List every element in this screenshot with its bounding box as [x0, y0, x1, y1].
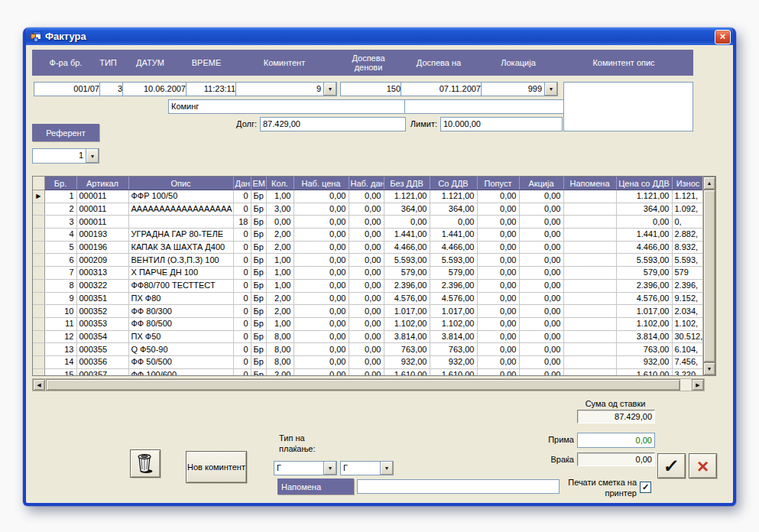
grid-cell[interactable]: 0,00	[477, 368, 519, 376]
row-selector[interactable]	[33, 317, 44, 330]
grid-cell[interactable]: 579,00	[384, 267, 430, 280]
grid-cell[interactable]: 0,00	[519, 229, 563, 242]
grid-cell[interactable]: 0,00	[349, 190, 384, 203]
grid-cell[interactable]: 9.152,	[672, 292, 704, 305]
grid-column-header[interactable]: Цена со ДДВ	[616, 177, 672, 190]
grid-cell[interactable]: 3.814,00	[430, 330, 477, 343]
grid-cell[interactable]: Бр	[251, 229, 266, 242]
komintent-description-textarea[interactable]	[563, 82, 693, 131]
grid-cell[interactable]: Бр	[251, 368, 266, 376]
grid-cell[interactable]: 0,00	[349, 254, 384, 267]
row-selector[interactable]	[33, 343, 44, 356]
grid-cell[interactable]: 1.092,	[672, 203, 704, 216]
grid-cell[interactable]: 0,00	[477, 216, 519, 229]
grid-column-header[interactable]: Износ	[672, 177, 704, 190]
grid-column-header[interactable]: Акција	[519, 177, 563, 190]
grid-cell[interactable]: 2,00	[266, 305, 294, 318]
grid-cell[interactable]: 0,00	[477, 190, 519, 203]
grid-cell[interactable]: 0	[233, 203, 251, 216]
grid-cell[interactable]: УГРАДНА ГАР 80-ТЕЛЕ	[128, 229, 233, 242]
grid-cell[interactable]: 1.441,00	[430, 229, 477, 242]
grid-cell[interactable]: 0,00	[384, 216, 430, 229]
due-days-field[interactable]: 150	[340, 82, 404, 96]
grid-cell[interactable]	[563, 254, 616, 267]
grid-cell[interactable]: 5.593,00	[616, 254, 672, 267]
grid-cell[interactable]: 1.441,00	[384, 229, 430, 242]
grid-cell[interactable]: 0,00	[519, 267, 563, 280]
grid-cell[interactable]: 4	[44, 229, 76, 242]
grid-cell[interactable]: 0,00	[519, 330, 563, 343]
grid-cell[interactable]: 000356	[76, 355, 128, 368]
grid-cell[interactable]: 0,00	[349, 355, 384, 368]
scroll-down-button[interactable]: ▼	[703, 362, 715, 375]
due-date-field[interactable]: 07.11.2007	[401, 82, 484, 96]
type-field[interactable]: 3	[99, 82, 125, 96]
grid-cell[interactable]: 3.814,00	[384, 330, 430, 343]
grid-cell[interactable]: 0,00	[477, 279, 519, 292]
komintent-name-field[interactable]: Коминг	[168, 99, 407, 114]
grid-cell[interactable]: 0,00	[349, 279, 384, 292]
grid-cell[interactable]: 0	[233, 305, 251, 318]
debt-field[interactable]: 87.429,00	[260, 117, 406, 131]
grid-cell[interactable]: 2,00	[266, 368, 294, 376]
grid-cell[interactable]: 579,00	[616, 267, 672, 280]
grid-cell[interactable]: 1.017,00	[616, 305, 672, 318]
grid-cell[interactable]: ПХ Ф50	[128, 330, 233, 343]
grid-cell[interactable]: 0,00	[519, 241, 563, 254]
grid-cell[interactable]: 0,00	[477, 343, 519, 356]
grid-cell[interactable]: 7.456,	[672, 355, 704, 368]
horizontal-scroll-thumb[interactable]	[46, 379, 680, 391]
komintent-combobox[interactable]: 9 ▼	[235, 82, 337, 96]
grid-cell[interactable]: 0	[233, 241, 251, 254]
grid-column-header[interactable]: Наб. дан	[349, 177, 384, 190]
grid-cell[interactable]: 0,00	[349, 330, 384, 343]
grid-cell[interactable]: 5.593,00	[384, 254, 430, 267]
grid-cell[interactable]: 000193	[76, 229, 128, 242]
komintent-name2-field[interactable]	[404, 99, 564, 114]
grid-cell[interactable]: 1.102,00	[384, 317, 430, 330]
grid-cell[interactable]: 3	[44, 216, 76, 229]
grid-cell[interactable]: 0,00	[294, 343, 349, 356]
grid-cell[interactable]: ФФ80/700 ТЕСТТЕСТ	[128, 279, 233, 292]
grid-cell[interactable]: 2.034,	[672, 305, 704, 318]
grid-cell[interactable]: 0,00	[519, 305, 563, 318]
grid-cell[interactable]: 000209	[76, 254, 128, 267]
scroll-right-button[interactable]: ▶	[692, 379, 704, 391]
grid-cell[interactable]: 0,00	[477, 305, 519, 318]
grid-cell[interactable]	[563, 241, 616, 254]
grid-cell[interactable]: ФФ 80/300	[128, 305, 233, 318]
scroll-left-button[interactable]: ◀	[33, 379, 45, 391]
grid-cell[interactable]: 364,00	[430, 203, 477, 216]
grid-cell[interactable]: 4.466,00	[384, 241, 430, 254]
napomena-field[interactable]	[357, 479, 560, 494]
row-selector[interactable]	[33, 267, 44, 280]
grid-cell[interactable]: Бр	[251, 330, 266, 343]
grid-cell[interactable]: 11	[44, 317, 76, 330]
cancel-button[interactable]: ×	[689, 453, 717, 478]
grid-cell[interactable]: 932,00	[430, 355, 477, 368]
confirm-button[interactable]: ✓	[657, 453, 686, 478]
grid-column-header[interactable]: Бр.	[44, 177, 76, 190]
grid-cell[interactable]: 0	[233, 317, 251, 330]
grid-vertical-scrollbar[interactable]: ▲ ▼	[702, 177, 715, 375]
grid-cell[interactable]: 2,00	[266, 241, 294, 254]
grid-cell[interactable]: 6	[44, 254, 76, 267]
row-selector[interactable]	[33, 241, 44, 254]
grid-cell[interactable]: 0,00	[477, 267, 519, 280]
grid-cell[interactable]: 1.121,00	[616, 190, 672, 203]
grid-cell[interactable]: Бр	[251, 190, 266, 203]
grid-cell[interactable]: Бр	[251, 317, 266, 330]
grid-cell[interactable]: Q Ф50-90	[128, 343, 233, 356]
grid-cell[interactable]: 932,00	[616, 355, 672, 368]
grid-cell[interactable]: 0	[233, 368, 251, 376]
grid-cell[interactable]: ФФ 100/600	[128, 368, 233, 376]
grid-cell[interactable]: 0	[233, 330, 251, 343]
grid-column-header[interactable]: Опис	[128, 177, 233, 190]
grid-cell[interactable]: ПХ Ф80	[128, 292, 233, 305]
grid-cell[interactable]: 1.102,00	[616, 317, 672, 330]
grid-cell[interactable]: 3.220,	[672, 368, 704, 376]
grid-cell[interactable]: 000351	[76, 292, 128, 305]
grid-cell[interactable]: 1.102,00	[430, 317, 477, 330]
grid-column-header[interactable]: Напомена	[563, 177, 616, 190]
scroll-up-button[interactable]: ▲	[703, 177, 715, 190]
